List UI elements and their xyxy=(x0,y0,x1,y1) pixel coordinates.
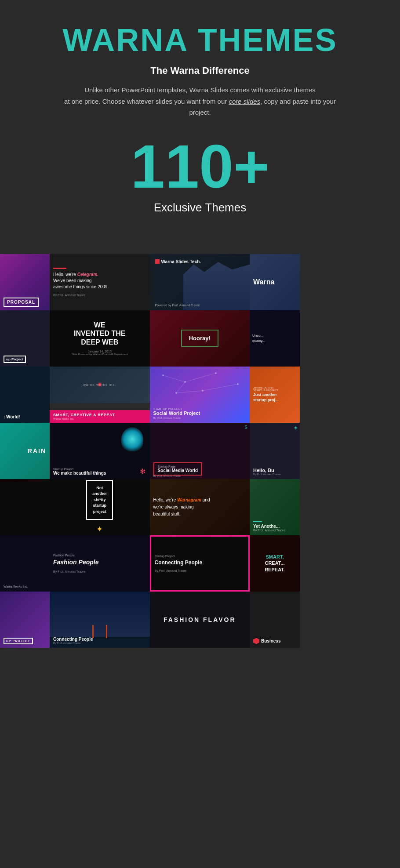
snowflake-icon: ✻ xyxy=(140,467,145,476)
smart-green: SMART, xyxy=(266,554,284,559)
svg-line-10 xyxy=(203,384,238,391)
hello-bu-symbol: ◈ xyxy=(294,425,298,430)
count-label: Exclusive Themes xyxy=(35,201,365,214)
slide-warnagram[interactable]: Hello, we're Warnagram andwe're always m… xyxy=(150,479,250,535)
link-text: core slides xyxy=(229,98,260,105)
slide-unconstrained[interactable]: Unco...quality... xyxy=(250,310,300,367)
slide-business[interactable]: Business xyxy=(250,592,300,648)
bridge-towers xyxy=(92,625,107,638)
connecting-dark-title: Connecting People xyxy=(53,637,146,642)
slide-dark-partial[interactable] xyxy=(0,479,50,535)
yet-another-title: Yet Anothe... xyxy=(253,524,296,529)
deep-web-text: WEINVENTED THEDEEP WEB xyxy=(74,321,125,346)
slide-warna-tech[interactable]: Warna Slides Tech. Powered by Prof. Arma… xyxy=(150,254,250,310)
social-media-symbol: S xyxy=(244,425,247,430)
warnagram-text: Hello, we're Warnagram andwe're always m… xyxy=(153,497,210,518)
slide-social-media[interactable]: S Startup Page Social Media World By Pro… xyxy=(150,423,250,479)
map-text: warna works inc. xyxy=(83,383,116,387)
social-world-author: By Prof. Armand Traore xyxy=(153,417,247,419)
desc-line1: Unlike other PowerPoint templates, Warna… xyxy=(84,86,316,94)
slide-connecting-pink[interactable]: Startup Project Connecting People By Pro… xyxy=(150,535,250,592)
bridge-tower-1 xyxy=(92,625,94,638)
slide-just-another[interactable]: January 14, 2015STARTUP PROJECT Just ano… xyxy=(250,367,300,423)
warna-tech-powered: Powered by Prof. Armand Traore xyxy=(155,304,200,307)
fashion-people-label: Fashion People xyxy=(53,554,146,557)
deep-web-date: January 14, 2015 xyxy=(88,350,112,353)
slide-hello-bu[interactable]: ◈ Hello, Bu By Prof. Armand Traore xyxy=(250,423,300,479)
just-another-title: Just anotherstartup proj... xyxy=(253,392,296,403)
slide-telegram[interactable]: Hello, we're Celegram. We've been making… xyxy=(50,254,150,310)
slide-deep-web[interactable]: WEINVENTED THEDEEP WEB January 14, 2015 … xyxy=(50,310,150,367)
slide-fashion-people[interactable]: Fashion People Fashion People By Prof. A… xyxy=(50,535,150,592)
slide-smart-repeat[interactable]: SMART,CREAT...REPEAT. xyxy=(250,535,300,592)
core-slides-link[interactable]: core slides xyxy=(229,98,260,105)
slide-yet-another[interactable]: Yet Anothe... By Prof. Armand Traore xyxy=(250,479,300,535)
shield-badge-icon xyxy=(253,638,259,644)
fashion-people-title: Fashion People xyxy=(53,559,146,566)
warna-works-label: Warna Works Inc. xyxy=(4,585,28,588)
svg-line-9 xyxy=(176,391,203,393)
fashion-flavor-text: FASHION FLAVOR xyxy=(164,616,236,623)
social-world-title: Social World Project xyxy=(153,410,247,416)
social-media-box: Startup Page Social Media World xyxy=(153,462,203,476)
proposal-label: PROPOSAL xyxy=(4,298,39,307)
social-media-title: Social Media World xyxy=(158,468,198,473)
yet-another-sub: By Prof. Armand Traore xyxy=(253,529,296,532)
svg-line-6 xyxy=(163,375,185,382)
slide-up-project[interactable]: up Project xyxy=(0,310,50,367)
smart-author: Warna Works Inc. xyxy=(53,418,146,420)
slide-row-2: up Project WEINVENTED THEDEEP WEB Januar… xyxy=(0,310,400,367)
up-project-text: up Project xyxy=(6,357,23,361)
fashion-people-author: By Prof. Armand Traore xyxy=(53,570,146,573)
deep-web-author: Slide Powered by Warna Works HR Departme… xyxy=(72,353,128,356)
slide-beautiful-things[interactable]: Startup Project We make beautiful things… xyxy=(50,423,150,479)
proposal-text: PROPOSAL xyxy=(4,298,39,307)
slide-warna-works-partial[interactable]: Warna Works Inc. xyxy=(0,535,50,592)
just-another-label: January 14, 2015STARTUP PROJECT xyxy=(253,386,296,392)
smart-repeat-text: SMART,CREAT...REPEAT. xyxy=(265,554,285,573)
up-project-label: up Project xyxy=(4,356,26,363)
not-another-border: Notanothershi*ttystartupproject xyxy=(86,480,113,520)
hooray-text: Hooray! xyxy=(189,335,211,341)
slide-not-another[interactable]: Notanothershi*ttystartupproject ✦ xyxy=(50,479,150,535)
svg-line-7 xyxy=(185,373,216,382)
warna-works-text: Warna Works Inc. xyxy=(4,585,28,588)
business-content: Business xyxy=(253,638,280,644)
slide-proposal[interactable]: PROPOSAL xyxy=(0,254,50,310)
rain-text: RAIN xyxy=(28,447,46,454)
slide-hooray[interactable]: Hooray! xyxy=(150,310,250,367)
star-icon: ✦ xyxy=(96,524,103,534)
slide-social-world[interactable]: STARTUP PROJECT Social World Project By … xyxy=(150,367,250,423)
slide-golden-gate[interactable]: Connecting People By Prof. Armand Traore xyxy=(50,592,150,648)
beautiful-label: Startup Project xyxy=(53,468,146,471)
smart-pink-bar: SMART, CREATIVE & REPEAT. Warna Works In… xyxy=(50,410,150,423)
slide-row-4: RAIN Startup Project We make beautiful t… xyxy=(0,423,400,479)
header-section: WARNA THEMES The Warna Difference Unlike… xyxy=(0,0,400,254)
slide-smart-creative[interactable]: warna works inc. SMART, CREATIVE & REPEA… xyxy=(50,367,150,423)
up-project-box: UP PROJECT xyxy=(4,638,33,644)
slide-row-5: Notanothershi*ttystartupproject ✦ Hello,… xyxy=(0,479,400,535)
world-text: : World! xyxy=(4,414,20,419)
connecting-pink-title: Connecting People xyxy=(155,559,245,566)
hello-bu-sub: By Prof. Armand Traore xyxy=(253,473,296,476)
slide-fashion-flavor[interactable]: FASHION FLAVOR xyxy=(150,592,250,648)
startup-up-text: UP PROJECT xyxy=(6,639,30,643)
telegram-text: Hello, we're Celegram. We've been making… xyxy=(53,272,146,290)
slide-world-partial[interactable]: : World! xyxy=(0,367,50,423)
telegram-brand: Celegram. xyxy=(77,272,98,277)
warna-tech-title: Warna Slides Tech. xyxy=(161,259,201,264)
social-media-page-label: Startup Page xyxy=(158,465,198,468)
bulb-visual xyxy=(121,427,143,451)
slide-warna-right[interactable]: Warna xyxy=(250,254,300,310)
beautiful-title: We make beautiful things xyxy=(53,471,146,476)
slide-rain[interactable]: RAIN xyxy=(0,423,50,479)
warna-right-text: Warna xyxy=(253,278,274,286)
count-number: 110+ xyxy=(35,136,365,197)
warnagram-text-block: Hello, we're Warnagram andwe're always m… xyxy=(153,497,210,518)
sub-title: The Warna Difference xyxy=(35,65,365,76)
telegram-author: By Prof. Armand Traore xyxy=(53,294,146,297)
slide-startup-up[interactable]: UP PROJECT xyxy=(0,592,50,648)
count-section: 110+ Exclusive Themes xyxy=(35,136,365,214)
description: Unlike other PowerPoint templates, Warna… xyxy=(64,84,336,118)
svg-line-8 xyxy=(176,382,185,393)
